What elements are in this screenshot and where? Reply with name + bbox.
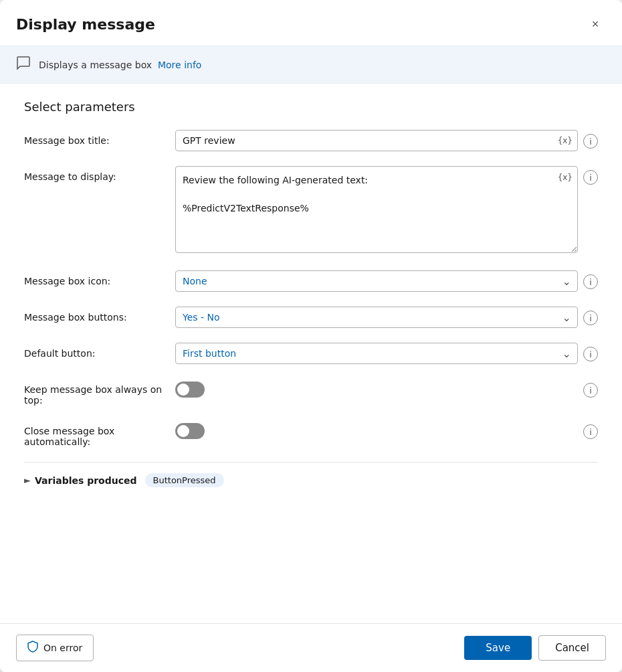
variable-chip-buttonpressed: ButtonPressed — [145, 473, 224, 487]
keep-on-top-toggle-wrapper — [175, 379, 205, 398]
keep-on-top-slider — [175, 382, 205, 398]
dialog-body: Select parameters Message box title: {x}… — [0, 84, 622, 623]
message-to-display-row: Message to display: Review the following… — [24, 166, 598, 256]
more-info-link[interactable]: More info — [158, 60, 201, 70]
close-button[interactable]: × — [585, 13, 606, 35]
keep-on-top-control: i — [175, 379, 598, 398]
message-box-buttons-control: Yes - No OK OK - Cancel Abort - Retry - … — [175, 307, 598, 328]
keep-on-top-label: Keep message box always on top: — [24, 379, 165, 406]
message-box-icon-label: Message box icon: — [24, 270, 165, 286]
shield-icon — [27, 641, 38, 655]
dialog-footer: On error Save Cancel — [0, 623, 622, 672]
on-error-label: On error — [43, 643, 82, 653]
message-box-icon-select[interactable]: None Information Question Warning Error — [175, 270, 578, 292]
message-box-buttons-label: Message box buttons: — [24, 307, 165, 323]
default-button-control: First button Second button Third button … — [175, 343, 598, 364]
message-to-display-label: Message to display: — [24, 166, 165, 182]
close-automatically-row: Close message box automatically: i — [24, 420, 598, 447]
message-box-title-input-wrapper: {x} — [175, 130, 578, 151]
message-box-icon-info-icon[interactable]: i — [583, 274, 598, 289]
message-box-title-info-icon[interactable]: i — [583, 134, 598, 149]
message-box-title-label: Message box title: — [24, 130, 165, 146]
message-box-title-var-badge[interactable]: {x} — [558, 136, 573, 145]
message-box-title-control: {x} i — [175, 130, 598, 151]
variables-expand-icon: ► — [24, 475, 31, 485]
message-box-icon-control: None Information Question Warning Error … — [175, 270, 598, 292]
message-to-display-control: Review the following AI-generated text: … — [175, 166, 598, 256]
message-box-icon-row: Message box icon: None Information Quest… — [24, 270, 598, 292]
message-to-display-info-icon[interactable]: i — [583, 170, 598, 185]
section-title: Select parameters — [24, 100, 598, 114]
dialog-header: Display message × — [0, 0, 622, 46]
info-banner: Displays a message box More info — [0, 46, 622, 84]
default-button-select[interactable]: First button Second button Third button — [175, 343, 578, 364]
save-button[interactable]: Save — [464, 636, 532, 660]
variables-produced-label: Variables produced — [35, 475, 137, 486]
default-button-select-wrapper: First button Second button Third button … — [175, 343, 578, 364]
default-button-info-icon[interactable]: i — [583, 347, 598, 361]
close-automatically-toggle-wrapper — [175, 420, 205, 439]
keep-on-top-row: Keep message box always on top: i — [24, 379, 598, 406]
message-to-display-textarea[interactable]: Review the following AI-generated text: … — [175, 166, 578, 253]
message-box-buttons-info-icon[interactable]: i — [583, 311, 598, 325]
dialog: Display message × Displays a message box… — [0, 0, 622, 672]
info-banner-text: Displays a message box More info — [39, 60, 201, 70]
message-to-display-var-badge[interactable]: {x} — [558, 173, 573, 182]
close-automatically-info-icon[interactable]: i — [583, 424, 598, 439]
message-to-display-textarea-wrapper: Review the following AI-generated text: … — [175, 166, 578, 256]
default-button-label: Default button: — [24, 343, 165, 359]
close-automatically-toggle[interactable] — [175, 423, 205, 439]
message-box-title-row: Message box title: {x} i — [24, 130, 598, 151]
message-box-buttons-select-wrapper: Yes - No OK OK - Cancel Abort - Retry - … — [175, 307, 578, 328]
message-box-title-input[interactable] — [175, 130, 578, 151]
close-automatically-control: i — [175, 420, 598, 439]
on-error-button[interactable]: On error — [16, 635, 94, 661]
footer-left: On error — [16, 635, 94, 661]
close-automatically-slider — [175, 423, 205, 439]
message-box-buttons-row: Message box buttons: Yes - No OK OK - Ca… — [24, 307, 598, 328]
message-box-icon-select-wrapper: None Information Question Warning Error … — [175, 270, 578, 292]
variables-produced-row: ► Variables produced ButtonPressed — [24, 462, 598, 493]
message-icon — [16, 56, 31, 74]
footer-right: Save Cancel — [464, 635, 606, 661]
keep-on-top-info-icon[interactable]: i — [583, 383, 598, 398]
default-button-row: Default button: First button Second butt… — [24, 343, 598, 364]
variables-expand-btn[interactable]: ► Variables produced — [24, 475, 137, 486]
close-automatically-label: Close message box automatically: — [24, 420, 165, 447]
dialog-title: Display message — [16, 16, 155, 33]
keep-on-top-toggle[interactable] — [175, 382, 205, 398]
message-box-buttons-select[interactable]: Yes - No OK OK - Cancel Abort - Retry - … — [175, 307, 578, 328]
cancel-button[interactable]: Cancel — [538, 635, 606, 661]
